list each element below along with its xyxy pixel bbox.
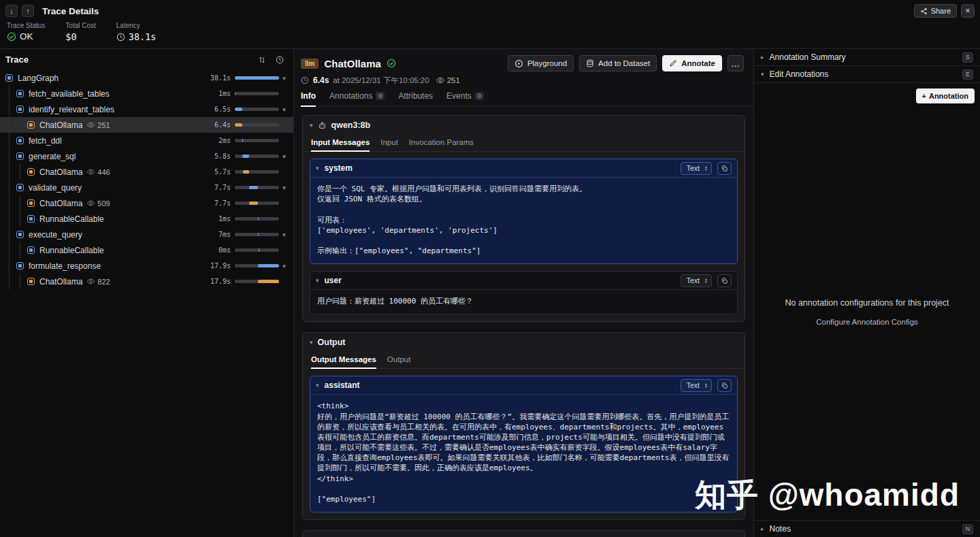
prev-trace-button[interactable]: ↓ (5, 5, 18, 17)
more-actions-button[interactable]: … (728, 55, 744, 71)
trace-row-duration: 0ms (206, 246, 231, 254)
trace-row[interactable]: RunnableCallable0ms (0, 242, 293, 258)
tab-attributes[interactable]: Attributes (398, 91, 433, 106)
chevron-down-icon[interactable]: ▾ (279, 231, 289, 238)
copy-button[interactable] (717, 162, 732, 175)
tab-input-messages[interactable]: Input Messages (311, 135, 370, 151)
message-header[interactable]: ▾ user Text ▲▼ (310, 272, 737, 290)
tab-output[interactable]: Output (387, 352, 411, 368)
trace-row[interactable]: validate_query7.7s▾ (0, 180, 293, 195)
tree-guide-line (16, 242, 27, 258)
detail-scroll-area[interactable]: ▾ qwen3:8b Input Messages Input Invocati… (294, 107, 753, 537)
format-select[interactable]: Text ▲▼ (681, 274, 712, 287)
trace-row[interactable]: formulate_response17.9s▾ (0, 258, 293, 274)
format-select[interactable]: Text ▲▼ (681, 379, 712, 392)
message-header[interactable]: ▾ assistant Text ▲▼ (310, 376, 737, 395)
llm-card-header[interactable]: ▾ qwen3:8b (303, 116, 745, 135)
trace-row[interactable]: LangGraph38.1s▾ (0, 70, 293, 86)
token-count: 251 (87, 121, 110, 129)
tab-annotations[interactable]: Annotations0 (329, 91, 385, 106)
tab-info[interactable]: Info (301, 91, 316, 106)
chevron-down-icon[interactable]: ▾ (316, 165, 319, 172)
add-to-dataset-button[interactable]: Add to Dataset (579, 55, 657, 71)
tab-label: Events (446, 91, 472, 101)
page-title: Trace Details (42, 6, 99, 16)
message-user: ▾ user Text ▲▼ 用户问题：薪资超过 100000 的员工有哪些？ (310, 271, 738, 314)
chevron-down-icon[interactable]: ▾ (279, 153, 289, 160)
span-kind-badge: llm (301, 59, 318, 69)
llm-card-tabs: Input Messages Input Invocation Params (303, 135, 745, 152)
latency-bar (235, 92, 279, 95)
trace-row-duration: 6.5s (206, 105, 231, 113)
message-header[interactable]: ▾ system Text ▲▼ (310, 159, 737, 178)
message-role: system (325, 163, 353, 173)
tree-guide-line (5, 86, 16, 101)
close-button[interactable]: × (961, 4, 975, 18)
shortcut-badge: E (962, 69, 973, 80)
trace-row[interactable]: ChatOllama5097.7s (0, 195, 293, 211)
annotation-summary-header[interactable]: ▸ Annotation Summary S (754, 49, 980, 66)
trace-row[interactable]: identify_relevant_tables6.5s▾ (0, 101, 293, 117)
chevron-down-icon[interactable]: ▾ (310, 339, 313, 346)
chevron-down-icon[interactable]: ▾ (316, 277, 319, 284)
format-select[interactable]: Text ▲▼ (681, 162, 712, 175)
chevron-right-icon: ▸ (761, 54, 764, 61)
trace-details-page: ↓ ↑ Trace Details Share × Trace Status O… (0, 0, 980, 537)
chevron-down-icon[interactable]: ▾ (316, 382, 319, 389)
llm-span-icon (27, 199, 35, 207)
copy-button[interactable] (717, 274, 732, 287)
annotate-button[interactable]: Annotate (662, 55, 722, 71)
playground-button[interactable]: Playground (508, 55, 574, 71)
tab-label: Attributes (398, 91, 433, 101)
notes-header[interactable]: ▸ Notes N (754, 520, 980, 537)
trace-row[interactable]: fetch_ddl2ms (0, 133, 293, 148)
edit-annotations-header[interactable]: ▾ Edit Annotations E (754, 66, 980, 83)
metadata-card-header[interactable]: ▾ Metadata (303, 531, 745, 537)
add-annotation-button[interactable]: + Annotation (916, 88, 975, 103)
chevron-down-icon[interactable]: ▾ (279, 106, 289, 113)
chevron-down-icon[interactable]: ▾ (310, 122, 313, 129)
latency-toggle-button[interactable] (273, 53, 287, 67)
token-count: 822 (87, 278, 110, 286)
trace-row[interactable]: ChatOllama4465.7s (0, 164, 293, 180)
share-icon (920, 7, 928, 15)
trace-row[interactable]: fetch_available_tables1ms (0, 86, 293, 101)
latency-label: Latency (116, 22, 157, 29)
chain-span-icon (16, 90, 24, 97)
tree-guide-line (5, 133, 16, 148)
database-icon (586, 59, 594, 67)
trace-row-duration: 5.8s (206, 152, 231, 160)
chevron-down-icon[interactable]: ▾ (279, 75, 289, 82)
trace-row-duration: 38.1s (206, 74, 231, 82)
tab-label: Info (301, 91, 316, 101)
trace-row[interactable]: execute_query7ms▾ (0, 227, 293, 242)
trace-row[interactable]: ChatOllama82217.9s (0, 274, 293, 289)
annotation-summary-label: Annotation Summary (770, 52, 846, 62)
format-select-value: Text (687, 381, 700, 389)
tab-events[interactable]: Events0 (446, 91, 484, 106)
trace-row[interactable]: generate_sql5.8s▾ (0, 148, 293, 164)
tab-input[interactable]: Input (380, 135, 398, 151)
latency-bar (235, 264, 279, 267)
span-detail-panel: llm ChatOllama Playground Add to Dataset (294, 49, 753, 537)
output-card-header[interactable]: ▾ Output (303, 333, 745, 352)
trace-row[interactable]: ChatOllama2516.4s (0, 117, 293, 133)
copy-button[interactable] (717, 379, 732, 392)
metadata-card: ▾ Metadata 1▾{2 "langgraph_step": 2,3 "l… (302, 530, 745, 537)
message-content: 用户问题：薪资超过 100000 的员工有哪些？ (310, 290, 737, 314)
configure-annotation-configs-link[interactable]: Configure Annotation Configs (816, 318, 918, 326)
shortcut-badge: N (962, 524, 973, 534)
tab-output-messages[interactable]: Output Messages (311, 352, 376, 368)
share-button[interactable]: Share (914, 4, 957, 18)
trace-row-duration: 1ms (206, 215, 231, 223)
select-caret-icon: ▲▼ (704, 383, 708, 389)
total-cost-value: $0 (65, 31, 76, 42)
tree-guide-line (5, 195, 16, 211)
trace-row[interactable]: RunnableCallable1ms (0, 211, 293, 227)
chevron-down-icon[interactable]: ▾ (279, 263, 289, 270)
tab-invocation-params[interactable]: Invocation Params (409, 135, 474, 151)
expand-collapse-all-button[interactable] (255, 53, 269, 67)
span-duration: 6.4s (313, 76, 329, 85)
chevron-down-icon[interactable]: ▾ (279, 184, 289, 191)
next-trace-button[interactable]: ↑ (22, 5, 34, 17)
